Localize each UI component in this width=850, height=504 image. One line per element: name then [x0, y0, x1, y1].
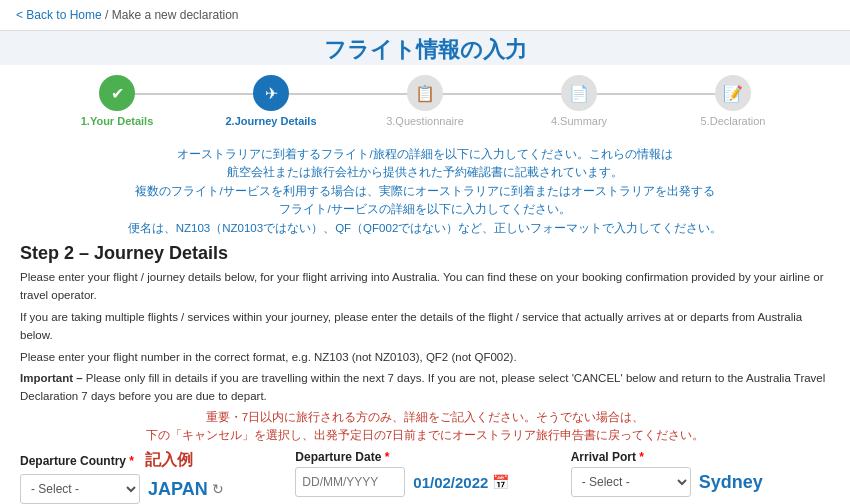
step-3-circle: 📋: [407, 75, 443, 111]
desc2: If you are taking multiple flights / ser…: [20, 308, 830, 345]
stepper: ✔ 1.Your Details ✈ 2.Journey Details 📋 3…: [0, 65, 850, 133]
step-3-label: 3.Questionnaire: [386, 115, 464, 127]
arrival-port-group: Arrival Port * - Select - Sydney: [571, 450, 830, 504]
desc1: Please enter your flight / journey detai…: [20, 268, 830, 305]
info-box-jp: オーストラリアに到着するフライト/旅程の詳細を以下に入力してください。これらの情…: [20, 141, 830, 239]
back-home-link[interactable]: < Back to Home: [16, 8, 102, 22]
top-nav: < Back to Home / Make a new declaration: [0, 0, 850, 31]
page-title-jp: フライト情報の入力: [0, 35, 850, 65]
departure-date-input[interactable]: [295, 467, 405, 497]
desc3: Please enter your flight number in the c…: [20, 348, 830, 366]
step-4-label: 4.Summary: [551, 115, 607, 127]
section-title: Step 2 – Journey Details: [20, 243, 830, 264]
step-4-circle: 📄: [561, 75, 597, 111]
departure-date-field-row: 01/02/2022 📅: [295, 467, 554, 497]
departure-date-calendar-icon[interactable]: 📅: [492, 474, 509, 490]
departure-date-group: Departure Date * 01/02/2022 📅: [295, 450, 554, 504]
departure-country-label: Departure Country * 記入例: [20, 450, 279, 471]
step-1: ✔ 1.Your Details: [40, 75, 194, 127]
departure-country-select[interactable]: - Select -: [20, 474, 140, 504]
form-row-1: Departure Country * 記入例 - Select - JAPAN…: [20, 450, 830, 504]
refresh-icon[interactable]: ↻: [212, 481, 224, 497]
annotation-kikunyurei: 記入例: [145, 451, 193, 468]
arrival-port-label: Arrival Port *: [571, 450, 830, 464]
departure-country-field-row: - Select - JAPAN ↻: [20, 474, 279, 504]
content-area: オーストラリアに到着するフライト/旅程の詳細を以下に入力してください。これらの情…: [0, 133, 850, 504]
important-jp: 重要・7日以内に旅行される方のみ、詳細をご記入ください。そうでない場合は、下の「…: [20, 408, 830, 445]
step-1-circle: ✔: [99, 75, 135, 111]
step-5-circle: 📝: [715, 75, 751, 111]
step-3: 📋 3.Questionnaire: [348, 75, 502, 127]
step-5: 📝 5.Declaration: [656, 75, 810, 127]
step-2-label: 2.Journey Details: [225, 115, 316, 127]
departure-date-label: Departure Date *: [295, 450, 554, 464]
step-1-label: 1.Your Details: [81, 115, 154, 127]
step-2: ✈ 2.Journey Details: [194, 75, 348, 127]
departure-country-group: Departure Country * 記入例 - Select - JAPAN…: [20, 450, 279, 504]
important-text: Important – Please only fill in details …: [20, 369, 830, 406]
step-5-label: 5.Declaration: [701, 115, 766, 127]
departure-date-annotation: 01/02/2022: [413, 474, 488, 491]
step-4: 📄 4.Summary: [502, 75, 656, 127]
arrival-port-annotation: Sydney: [699, 472, 763, 493]
step-2-circle: ✈: [253, 75, 289, 111]
departure-country-annotation: JAPAN: [148, 479, 208, 500]
arrival-port-field-row: - Select - Sydney: [571, 467, 830, 497]
arrival-port-select[interactable]: - Select -: [571, 467, 691, 497]
